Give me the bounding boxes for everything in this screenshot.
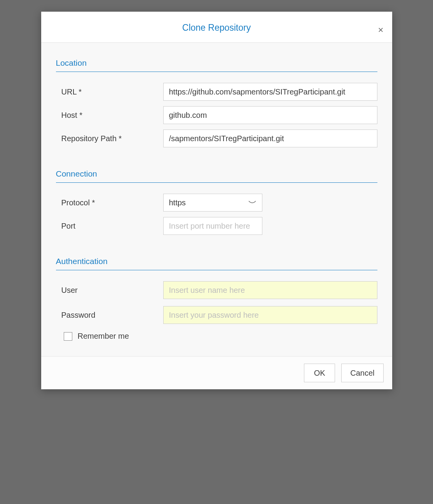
user-label: User (61, 286, 163, 295)
cancel-button[interactable]: Cancel (341, 364, 383, 382)
password-input[interactable] (163, 306, 377, 324)
repo-path-row: Repository Path * (56, 130, 377, 147)
url-label: URL * (61, 88, 163, 96)
user-row: User (56, 281, 377, 299)
user-input[interactable] (163, 281, 377, 299)
connection-section: Connection Protocol * https Port (56, 169, 377, 235)
ok-button[interactable]: OK (304, 364, 335, 382)
port-input[interactable] (163, 217, 262, 235)
close-icon[interactable]: × (378, 25, 383, 35)
port-row: Port (56, 217, 377, 235)
dialog-title: Clone Repository (49, 23, 384, 33)
url-row: URL * (56, 83, 377, 101)
host-row: Host * (56, 106, 377, 124)
password-row: Password (56, 306, 377, 324)
repo-path-label: Repository Path * (61, 134, 163, 143)
repo-path-input[interactable] (163, 130, 377, 147)
clone-repository-dialog: Clone Repository × Location URL * Host *… (41, 12, 392, 389)
location-section: Location URL * Host * Repository Path * (56, 58, 377, 147)
password-label: Password (61, 311, 163, 320)
host-input[interactable] (163, 106, 377, 124)
authentication-section-title: Authentication (56, 257, 377, 270)
protocol-select[interactable]: https (163, 194, 262, 212)
dialog-header: Clone Repository × (41, 12, 392, 43)
url-input[interactable] (163, 83, 377, 101)
protocol-label: Protocol * (61, 198, 163, 207)
protocol-row: Protocol * https (56, 194, 377, 212)
remember-me-row: Remember me (56, 332, 377, 341)
remember-me-checkbox[interactable] (64, 332, 72, 341)
remember-me-label: Remember me (78, 332, 129, 341)
authentication-section: Authentication User Password Remember me (56, 257, 377, 341)
connection-section-title: Connection (56, 169, 377, 183)
port-label: Port (61, 222, 163, 231)
protocol-select-wrapper: https (163, 194, 262, 212)
host-label: Host * (61, 111, 163, 120)
dialog-footer: OK Cancel (41, 356, 392, 389)
dialog-body: Location URL * Host * Repository Path * … (41, 43, 392, 356)
location-section-title: Location (56, 58, 377, 72)
